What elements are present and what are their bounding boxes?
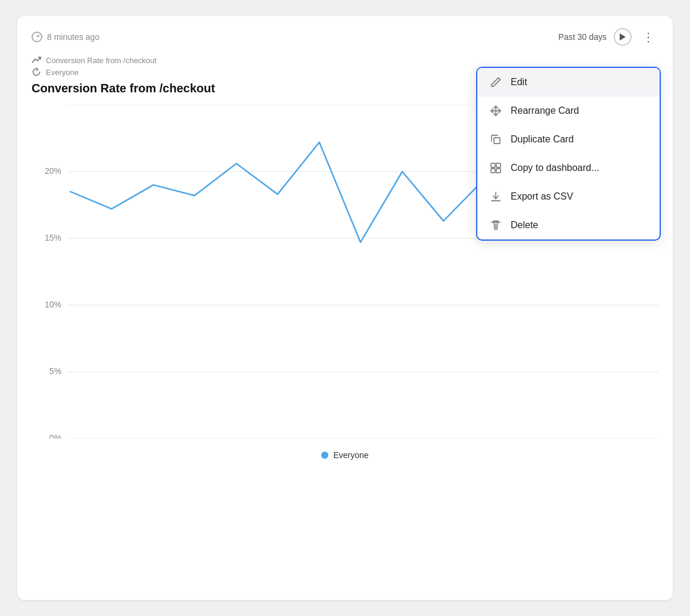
svg-rect-32 [491,169,495,173]
svg-rect-29 [494,138,500,144]
card-header: 8 minutes ago Past 30 days ⋮ [32,28,658,46]
svg-text:0%: 0% [49,433,61,438]
download-icon [489,190,502,203]
trend-icon [32,55,41,65]
menu-item-delete[interactable]: Delete [477,211,660,239]
card-container: 8 minutes ago Past 30 days ⋮ Conversion … [17,16,673,600]
menu-rearrange-label: Rearrange Card [511,105,579,116]
svg-marker-0 [620,33,626,41]
trash-icon [489,219,502,232]
clock-icon [32,32,42,42]
svg-text:10%: 10% [45,300,61,309]
time-range-label: Past 30 days [558,32,607,42]
svg-text:20%: 20% [45,166,61,176]
dropdown-menu: Edit Rearrange Card [476,67,661,241]
copy-dashboard-icon [489,161,502,175]
menu-item-edit[interactable]: Edit [477,68,660,97]
duplicate-icon [489,133,502,146]
legend-label: Everyone [333,450,368,460]
legend-dot [321,452,328,459]
svg-rect-30 [491,163,495,167]
svg-text:15%: 15% [45,233,61,242]
header-right: Past 30 days ⋮ [558,28,658,46]
svg-text:5%: 5% [49,366,61,376]
more-button[interactable]: ⋮ [639,29,658,45]
header-left: 8 minutes ago [32,32,100,42]
refresh-icon [32,67,41,77]
menu-item-copy-dashboard[interactable]: Copy to dashboard... [477,154,660,182]
menu-item-duplicate[interactable]: Duplicate Card [477,125,660,154]
svg-rect-33 [496,169,501,173]
menu-duplicate-label: Duplicate Card [511,134,574,145]
menu-copy-dashboard-label: Copy to dashboard... [511,163,599,173]
pencil-icon [489,76,502,89]
menu-item-export-csv[interactable]: Export as CSV [477,182,660,211]
menu-export-csv-label: Export as CSV [511,191,573,202]
menu-delete-label: Delete [511,220,538,231]
chart-legend: Everyone [32,450,658,460]
play-button[interactable] [614,28,632,46]
timestamp-label: 8 minutes ago [47,32,100,42]
menu-item-rearrange[interactable]: Rearrange Card [477,97,660,125]
move-icon [489,104,502,117]
menu-edit-label: Edit [511,77,527,88]
chart-subtitle-metric: Conversion Rate from /checkout [32,55,658,65]
svg-rect-31 [496,163,501,167]
